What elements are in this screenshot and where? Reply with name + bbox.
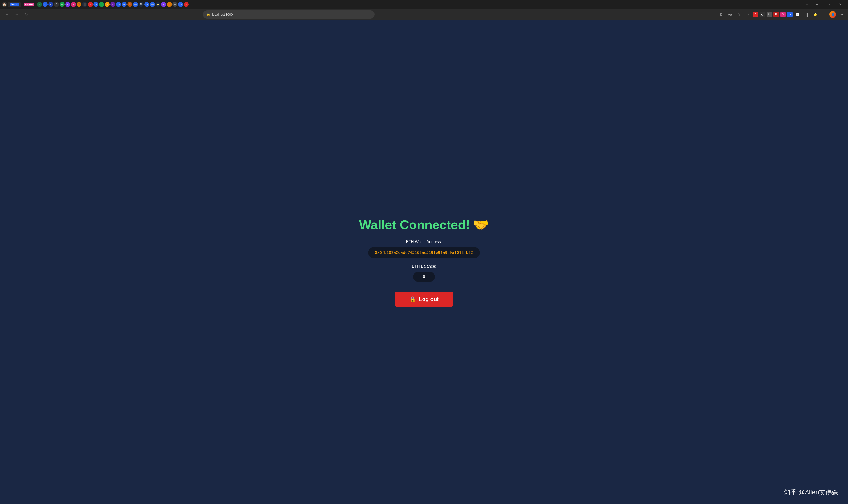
tab-icon-19[interactable]: 🖼: [139, 2, 144, 7]
tab-icon-1[interactable]: V: [37, 2, 42, 7]
favorites-star-icon[interactable]: ⭐: [812, 11, 819, 18]
tab-icon-22[interactable]: 📁: [156, 2, 161, 7]
tab-learn-label: learn: [10, 3, 19, 6]
tab-icon-10[interactable]: Y: [88, 2, 93, 7]
ext-red2-icon[interactable]: R: [773, 12, 779, 17]
tab-bar: 🏠 learn mcake V L L D G ● ● 🦊 ⬛ Y TP G S…: [0, 0, 848, 9]
eth-balance-value: 0: [413, 272, 435, 282]
eth-address-label: ETH Wallet Address:: [406, 240, 442, 244]
tab-icon-18[interactable]: TP: [133, 2, 138, 7]
tab-icon-16[interactable]: TP: [122, 2, 127, 7]
forward-button[interactable]: →: [13, 11, 21, 18]
minimize-button[interactable]: ─: [811, 0, 823, 9]
window-controls: ─ □ ✕: [811, 0, 846, 9]
ext-dark-icon[interactable]: ◐: [760, 12, 765, 17]
tab-icon-14[interactable]: ●: [110, 2, 115, 7]
tab-icon-20[interactable]: TP: [144, 2, 149, 7]
tab-mcake-label: mcake: [23, 3, 34, 6]
tab-mcake[interactable]: mcake: [22, 2, 36, 7]
split-view-icon[interactable]: ⧉: [718, 11, 725, 18]
address-bar-row: ← → ↻ 🔒 localhost:3000 ⧉ Aa ☆ {} A ◐ 🛡 R…: [0, 9, 848, 20]
tab-icon-15[interactable]: TP: [116, 2, 121, 7]
wallet-connected-text: Wallet Connected!: [359, 217, 470, 232]
ext-red-icon[interactable]: A: [753, 12, 758, 17]
tab-icon-21[interactable]: TP: [150, 2, 155, 7]
collections-icon[interactable]: 📋: [794, 11, 801, 18]
watermark: 知乎 @Allen艾佛森: [784, 488, 838, 497]
browser-chrome: 🏠 learn mcake V L L D G ● ● 🦊 ⬛ Y TP G S…: [0, 0, 848, 20]
tab-icon-25[interactable]: ⚙: [173, 2, 177, 7]
favorites-icon[interactable]: ☆: [735, 11, 742, 18]
sidebar-icon[interactable]: ▐: [803, 11, 810, 18]
logout-button[interactable]: 🔒 Log out: [395, 292, 453, 307]
tab-icon-13[interactable]: S: [105, 2, 110, 7]
reload-button[interactable]: ↻: [22, 11, 31, 18]
tab-icon-23[interactable]: ●: [161, 2, 166, 7]
immersive-reader-icon[interactable]: Aa: [726, 11, 734, 18]
tab-icon-7[interactable]: ●: [71, 2, 76, 7]
tab-icon-26[interactable]: TP: [178, 2, 183, 7]
tab-icon-5[interactable]: G: [60, 2, 65, 7]
toolbar-icons: ⧉ Aa ☆ {} A ◐ 🛡 R S TP 📋 ▐ ⭐ ⠿ 👤 ⋯: [718, 11, 845, 18]
url-text: localhost:3000: [212, 13, 233, 16]
maximize-button[interactable]: □: [823, 0, 834, 9]
address-bar[interactable]: 🔒 localhost:3000: [203, 10, 375, 19]
ext-tp-icon[interactable]: TP: [787, 12, 793, 17]
ext-pink-icon[interactable]: S: [780, 12, 786, 17]
new-tab-button[interactable]: +: [804, 1, 810, 8]
tab-icon-11[interactable]: TP: [93, 2, 98, 7]
user-avatar[interactable]: 👤: [829, 11, 836, 18]
tab-icon-4[interactable]: D: [54, 2, 59, 7]
tab-icon-3[interactable]: L: [48, 2, 53, 7]
tab-learn[interactable]: learn: [8, 2, 21, 7]
security-icon: 🔒: [206, 13, 210, 16]
close-button[interactable]: ✕: [835, 0, 846, 9]
tab-icon-12[interactable]: G: [99, 2, 104, 7]
ext-shield-icon[interactable]: 🛡: [766, 12, 772, 17]
profile-icon[interactable]: 🏠: [2, 2, 7, 7]
apps-icon[interactable]: ⠿: [820, 11, 828, 18]
eth-address-value: 0x6fb102a2dadd745163ac519fe9fa9d0af0184b…: [368, 247, 480, 258]
other-tabs: V L L D G ● ● 🦊 ⬛ Y TP G S ● TP TP 🦊 TP …: [37, 2, 802, 7]
wallet-connected-title: Wallet Connected! 🤝: [359, 217, 489, 232]
tab-icon-24[interactable]: 🦊: [167, 2, 172, 7]
settings-icon[interactable]: ⋯: [838, 11, 845, 18]
logout-lock-emoji: 🔒: [409, 296, 416, 303]
tab-icon-8[interactable]: 🦊: [76, 2, 82, 7]
code-icon[interactable]: {}: [744, 11, 751, 18]
logout-label: Log out: [419, 296, 439, 303]
handshake-emoji: 🤝: [473, 217, 489, 232]
tab-icon-17[interactable]: 🦊: [127, 2, 132, 7]
eth-balance-label: ETH Balance:: [412, 264, 436, 269]
tab-icon-6[interactable]: ●: [65, 2, 70, 7]
tab-icon-2[interactable]: L: [43, 2, 48, 7]
tab-icon-9[interactable]: ⬛: [82, 2, 87, 7]
app-content: Wallet Connected! 🤝 ETH Wallet Address: …: [0, 20, 848, 504]
tab-icon-27[interactable]: ✕: [184, 2, 189, 7]
back-button[interactable]: ←: [3, 11, 11, 18]
